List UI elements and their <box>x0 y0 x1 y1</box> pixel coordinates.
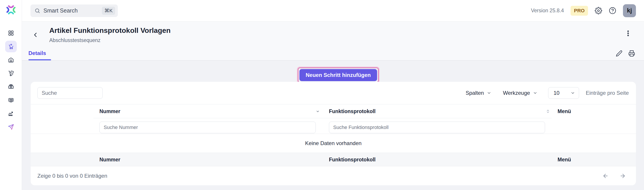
document-actions <box>616 50 635 57</box>
columns-menu-button[interactable]: Spalten <box>466 90 491 96</box>
print-button[interactable] <box>628 50 635 57</box>
trending-up-icon <box>8 110 14 117</box>
page-size-label: Einträge pro Seite <box>586 90 629 96</box>
printer-icon <box>628 50 635 57</box>
page-title: Artikel Funktionsprotokoll Vorlagen <box>49 26 171 35</box>
chevron-left-icon <box>32 31 39 38</box>
tools-menu-button[interactable]: Werkzeuge <box>503 90 538 96</box>
settings-button[interactable] <box>595 7 602 14</box>
sidebar-item-warehouse[interactable] <box>5 54 17 66</box>
help-circle-icon <box>609 7 616 14</box>
next-page-button[interactable] <box>620 173 626 179</box>
version-label: Version 25.8.4 <box>531 7 564 14</box>
sidebar-item-cash[interactable] <box>5 81 17 93</box>
pos-display-icon <box>8 97 14 103</box>
footer-column-menu: Menü <box>558 157 571 163</box>
column-header-funktionsprotokoll[interactable]: Funktionsprotokoll <box>329 108 376 114</box>
tab-details[interactable]: Details <box>28 50 46 56</box>
smart-search-placeholder: Smart Search <box>44 7 99 14</box>
dashboard-icon <box>8 30 14 36</box>
column-header-menu: Menü <box>558 108 571 114</box>
table-header-row: Nummer Funktionsprotokoll Menü <box>31 104 636 118</box>
sidebar-item-launchpad[interactable] <box>5 121 17 133</box>
table-search-input[interactable] <box>38 87 102 99</box>
previous-page-button[interactable] <box>602 173 608 179</box>
chevron-down-icon <box>487 91 491 95</box>
help-button[interactable] <box>609 7 616 14</box>
header-divider <box>94 118 552 118</box>
search-shortcut-badge: ⌘K <box>102 7 115 15</box>
filter-nummer-input[interactable] <box>100 122 316 133</box>
content-area: Neuen Schritt hinzufügen Spalten Werkzeu… <box>22 61 644 190</box>
sidebar <box>0 0 22 190</box>
tools-menu-label: Werkzeuge <box>503 90 530 96</box>
empty-state-text: Keine Daten vorhanden <box>31 134 636 153</box>
edit-button[interactable] <box>616 50 622 57</box>
page-size-value: 10 <box>554 90 560 96</box>
chevron-down-icon <box>570 91 575 95</box>
sidebar-item-logistics[interactable] <box>5 67 17 79</box>
column-header-nummer[interactable]: Nummer <box>100 108 120 114</box>
page-header: Artikel Funktionsprotokoll Vorlagen Absc… <box>22 21 644 61</box>
topbar: Smart Search ⌘K Version 25.8.4 PRO kj <box>22 0 644 21</box>
table-card: Spalten Werkzeuge 10 <box>31 82 636 185</box>
pagination-controls <box>602 173 626 179</box>
sidebar-item-pos[interactable] <box>5 94 17 106</box>
footer-column-nummer: Nummer <box>100 157 120 163</box>
rocket-icon <box>8 124 14 130</box>
banknote-icon <box>8 84 14 90</box>
tab-active-underline <box>28 59 51 60</box>
warehouse-icon <box>8 57 14 63</box>
sidebar-item-dashboard[interactable] <box>5 27 17 39</box>
gear-icon <box>595 7 602 14</box>
pro-badge: PRO <box>570 6 588 16</box>
arrow-left-icon <box>602 173 608 179</box>
filter-funktionsprotokoll-input[interactable] <box>329 122 545 133</box>
title-block: Artikel Funktionsprotokoll Vorlagen Absc… <box>49 26 171 43</box>
table-controls: Spalten Werkzeuge 10 <box>466 87 629 99</box>
columns-menu-label: Spalten <box>466 90 484 96</box>
arrow-right-icon <box>620 173 626 179</box>
user-avatar[interactable]: kj <box>623 4 636 17</box>
page-subtitle: Abschlusstestsequenz <box>49 37 171 43</box>
pencil-icon <box>616 50 622 57</box>
app-logo-icon[interactable] <box>6 4 16 15</box>
add-step-button[interactable]: Neuen Schritt hinzufügen <box>300 69 377 81</box>
page-size-select[interactable]: 10 <box>548 87 579 99</box>
back-button[interactable] <box>32 31 39 38</box>
hand-truck-icon <box>8 70 14 76</box>
annotation-highlight-box: Neuen Schritt hinzufügen <box>298 67 379 83</box>
kebab-menu-icon <box>625 30 632 37</box>
sort-desc-icon[interactable] <box>316 109 320 114</box>
table-footer-header-row: Nummer Funktionsprotokoll Menü <box>31 153 636 166</box>
topbar-right: Version 25.8.4 PRO kj <box>531 4 636 17</box>
search-icon <box>34 8 40 14</box>
sidebar-nav <box>5 27 17 133</box>
sidebar-item-reports[interactable] <box>5 108 17 119</box>
footer-column-funktionsprotokoll: Funktionsprotokoll <box>329 157 376 163</box>
smart-search-input[interactable]: Smart Search ⌘K <box>30 4 118 17</box>
pagination-summary: Zeige 0 bis 0 von 0 Einträgen <box>38 173 107 179</box>
table-footer: Zeige 0 bis 0 von 0 Einträgen <box>31 166 636 185</box>
page-menu-button[interactable] <box>625 30 632 37</box>
sidebar-item-purchasing[interactable] <box>5 41 17 52</box>
cart-up-icon <box>8 43 14 50</box>
sort-both-icon[interactable] <box>546 109 550 114</box>
chevron-down-icon <box>533 91 538 95</box>
